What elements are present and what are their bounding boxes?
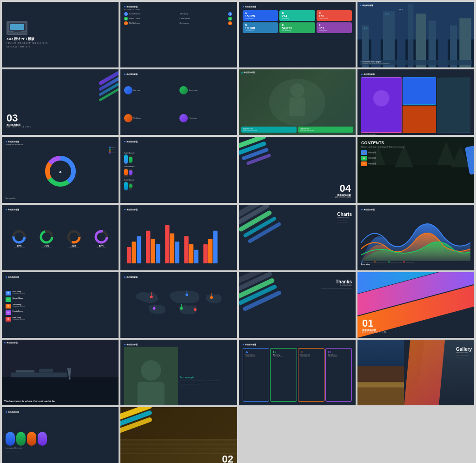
slide-12-title: CONTENTS [361,141,470,145]
svg-rect-53 [137,236,141,263]
svg-rect-11 [416,13,426,67]
table-content: 1 Social Network 2 Project Launch 3 Mail… [124,12,233,64]
svg-rect-10 [408,4,413,67]
slides-grid: XXX设计PPT模版 FASHION AIA EDUCATION LECTURE… [0,0,476,463]
slide-5-number03[interactable]: 03 单击添加标题 ADD YOUR TITLE HERE [2,69,119,135]
slide-3-stats[interactable]: 单击添加标题 A 15,325 Social Network B 214 Adv… [239,2,356,67]
slide-11-sublabel: ADD YOUR TITLE HERE [335,196,351,198]
slide-13-heading: 单击添加标题 [8,208,19,211]
svg-rect-83 [11,373,67,377]
svg-rect-54 [146,230,150,263]
map-area [124,279,233,335]
svg-point-70 [151,292,152,294]
svg-rect-19 [388,13,389,14]
slide-2-table[interactable]: 单击添加标题 ADD YOUR TITLE HERE 1 Social Netw… [120,2,237,67]
svg-point-79 [194,308,197,311]
svg-rect-57 [165,225,169,263]
svg-rect-20 [399,9,401,10]
svg-text:A: A [59,170,62,174]
slide-25-pills[interactable]: 单击添加标题 Lorem ipsum dolor sit amet consec… [2,407,119,463]
svg-rect-51 [127,247,131,263]
slide-6-heading: 单击添加标题 [126,73,138,75]
svg-rect-18 [385,13,387,14]
slide-12-contents[interactable]: CONTENTS Whatever is worth doing is wort… [357,137,474,202]
svg-rect-29 [403,106,436,133]
svg-rect-97 [120,444,237,445]
slide-24-title: Gallery [456,347,472,352]
svg-rect-16 [364,27,365,28]
cover-title: XXX设计PPT模版 [7,37,35,41]
svg-rect-30 [437,78,470,132]
slide-10-progress[interactable]: 单击添加标题 Subtitle Example Subtitle Example [120,137,237,202]
svg-rect-61 [189,244,193,263]
circle-stats-row: 50% SUBTITLE SEARCH 70% SUBTITLE SEARCH … [6,212,115,267]
slide-18-map[interactable]: 单击添加标题 [120,272,237,338]
slide-23-heading: 单击添加标题 [245,343,256,346]
slide-3-heading: 单击添加标题 [245,6,256,8]
text-photo-content: Text example Lorem ipsum dolor sit amet … [124,347,233,405]
svg-rect-56 [156,244,160,263]
slide-9-heading: 单击添加标题 [8,141,19,143]
slide-24-gallery[interactable]: Gallery Break Side Subtitle Lorem ipsum … [357,340,474,405]
slide-9-desc2: New project brief [6,197,115,199]
cover-subtitle2: GENERAL TEMPLATE [7,46,31,49]
slide-24-subtitle: Break Side Subtitle [456,352,472,354]
slide-20-number01[interactable]: 01 单击添加标题 ADD YOUR TITLE HERE [357,272,474,338]
slide-17-steps[interactable]: 单击添加标题 01 First Steep Lorem ipsum descri… [2,272,119,338]
svg-rect-85 [39,369,53,372]
slide-15-title: Charts [337,212,352,217]
slide-11-number04[interactable]: 04 单击添加标题 ADD YOUR TITLE HERE [239,137,356,202]
slide-4-city[interactable]: 单击添加标题 Description about project Lorem i… [357,2,474,67]
slide-16-area-chart[interactable]: 单击添加标题 [357,205,474,270]
svg-rect-64 [208,239,212,263]
slide-8-gallery[interactable]: 单击添加标题 Description about gallery [357,69,474,135]
cover-laptop-icon [7,21,27,35]
area-chart-svg [361,212,470,261]
pills-content: Lorem ipsum dolor sit amet consectetur a… [6,414,115,463]
svg-rect-59 [175,242,179,263]
slide-8-desc: Description about gallery [361,134,470,135]
slide-22-text-photo[interactable]: 单击添加标题 Text example Lorem ipsum dolor si… [120,340,237,405]
svg-point-77 [153,307,156,310]
svg-rect-1 [10,24,24,30]
slide-21-team[interactable]: The best team is where the best leader b… [2,340,119,405]
slide-7-captions[interactable]: 单击添加标题 Caption One Lorem ipsum dolor sit… [239,69,356,135]
svg-rect-98 [120,449,237,450]
stats-row-1: A 15,325 Social Network B 214 Advertisin… [243,10,352,34]
svg-rect-55 [151,239,155,263]
slide-11-number: 04 [335,183,351,194]
slide-15-charts[interactable]: Charts Break Side Subtitle Lorem ipsum d… [239,205,356,270]
four-images-grid: First Image Second image Third image Fou… [124,77,233,131]
svg-rect-90 [138,382,165,406]
slide-17-heading: 单击添加标题 [8,276,19,278]
slide-26-number02[interactable]: 02 单击添加标题 ADD YOUR TITLE HERE [120,407,237,463]
slide-14-bar-chart[interactable]: 单击添加标题 [120,205,237,270]
svg-rect-84 [16,370,34,372]
svg-rect-8 [383,11,395,67]
svg-rect-58 [170,233,174,263]
svg-rect-63 [203,244,207,263]
slide-19-title: Thanks [321,279,352,284]
svg-rect-52 [132,242,136,263]
slide-1-cover[interactable]: XXX设计PPT模版 FASHION AIA EDUCATION LECTURE… [2,2,119,67]
slide-13-circle-stats[interactable]: 单击添加标题 50% SUBTITLE SEARCH 70% SUBTITLE … [2,205,119,270]
svg-rect-60 [184,236,188,263]
slide-5-sublabel: ADD YOUR TITLE HERE [7,126,31,128]
svg-rect-96 [120,439,237,441]
slide-6-four-images[interactable]: 单击添加标题 First Image Second image Third im… [120,69,237,135]
slide-20-sublabel: ADD YOUR TITLE HERE [362,331,387,333]
svg-point-24 [290,83,304,97]
svg-point-27 [373,90,390,107]
slide-12-desc: Whatever is worth doing is worth doing w… [361,146,470,148]
slide-26-number: 02 [209,454,233,463]
slide-9-donut[interactable]: 单击添加标题 Good tips old, welcome now. A Leg… [2,137,119,202]
slide-19-thanks[interactable]: Thanks Break Side Subtitle Contact data … [239,272,356,338]
slide-19-subtitle: Break Side Subtitle [321,284,352,286]
slide-25-heading: 单击添加标题 [8,411,19,413]
svg-rect-62 [194,249,198,263]
svg-rect-65 [213,230,218,263]
slide-23-abcd[interactable]: 单击添加标题 A Social Network Lorem ipsum dolo… [239,340,356,405]
slide-14-heading: 单击添加标题 [126,208,138,211]
svg-rect-3 [13,31,21,32]
svg-point-68 [150,295,153,298]
